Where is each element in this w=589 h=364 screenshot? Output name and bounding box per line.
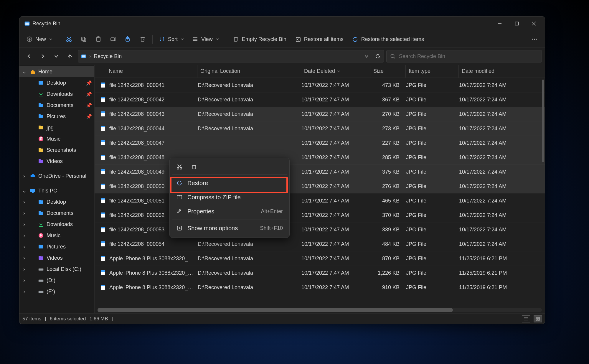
cut-button[interactable] (62, 33, 76, 45)
context-restore[interactable]: Restore (172, 176, 287, 190)
svg-rect-90 (101, 198, 105, 200)
column-original-location[interactable]: Original Location (197, 65, 301, 78)
close-button[interactable] (525, 17, 542, 31)
svg-point-31 (536, 39, 537, 40)
restore-selected-button[interactable]: Restore the selected items (348, 33, 428, 45)
chevron-right-icon: › (21, 289, 27, 295)
svg-point-48 (41, 139, 42, 140)
share-button[interactable] (121, 33, 135, 45)
sidebar-quick-3[interactable]: Pictures📌 (19, 111, 94, 122)
delete-menu-icon[interactable] (190, 163, 198, 171)
table-row[interactable]: file 1242x2208_000041D:\Recovered Lonava… (95, 78, 545, 92)
sidebar-thispc-3[interactable]: ›Music (19, 230, 94, 241)
sidebar-quick-5[interactable]: Music (19, 133, 94, 144)
sidebar-thispc-2[interactable]: ›Downloads (19, 219, 94, 230)
chevron-down-icon[interactable] (364, 54, 369, 59)
sidebar-thispc-4[interactable]: ›Pictures (19, 241, 94, 252)
drive-icon (38, 288, 44, 295)
cell-date-modified: 10/17/2022 7:24 AM (456, 183, 545, 190)
delete-button[interactable] (135, 33, 150, 45)
cell-date-deleted: 10/17/2022 7:47 AM (298, 169, 368, 175)
context-properties[interactable]: Properties Alt+Enter (172, 204, 287, 218)
sidebar-thispc-8[interactable]: ›(E:) (19, 286, 94, 297)
thumbnails-view-button[interactable] (534, 315, 542, 322)
table-row[interactable]: file 1242x2208_000053D:\Recovered Lonava… (95, 222, 545, 237)
table-row[interactable]: Apple iPhone 8 Plus 3088x2320_00…D:\Reco… (95, 280, 545, 294)
sidebar-item-label: This PC (38, 188, 57, 194)
new-button[interactable]: New (22, 33, 57, 45)
table-row[interactable]: file 1242x2208_000054D:\Recovered Lonava… (95, 237, 545, 251)
column-name[interactable]: Name (100, 65, 197, 78)
chevron-down-icon: ⌄ (21, 187, 27, 194)
empty-recycle-bin-button[interactable]: Empty Recycle Bin (228, 33, 291, 45)
table-row[interactable]: file 1242x2208_00004710/17/2022 7:47 AM2… (95, 136, 545, 150)
sidebar-onedrive[interactable]: ›OneDrive - Personal (19, 170, 94, 182)
table-row[interactable]: file 1242x2208_00004910/17/2022 7:47 AM3… (95, 164, 545, 179)
horizontal-scrollbar[interactable] (98, 308, 542, 312)
folder-icon (38, 147, 44, 153)
sidebar-thispc-1[interactable]: ›Documents (19, 207, 94, 219)
context-compress[interactable]: Compress to ZIP file (172, 190, 287, 204)
search-input[interactable] (399, 53, 538, 60)
details-view-button[interactable] (522, 315, 530, 322)
more-button[interactable] (527, 33, 542, 45)
search-bar[interactable] (386, 50, 542, 62)
restore-all-button[interactable]: Restore all items (291, 33, 348, 45)
table-row[interactable]: file 1242x2208_000043D:\Recovered Lonava… (95, 107, 545, 121)
up-button[interactable] (64, 51, 75, 62)
table-row[interactable]: file 1242x2208_000051D:\Recovered Lonava… (95, 193, 545, 208)
vertical-scrollbar[interactable] (542, 80, 544, 162)
cell-name: file 1242x2208_000054 (109, 241, 164, 247)
svg-rect-86 (101, 169, 105, 171)
forward-button[interactable] (37, 51, 48, 62)
table-row[interactable]: file 1242x2208_000044D:\Recovered Lonava… (95, 121, 545, 136)
cell-type: JPG File (403, 212, 456, 218)
column-date-deleted[interactable]: Date Deleted (301, 65, 370, 78)
drive-icon (38, 277, 44, 284)
sidebar-thispc-5[interactable]: ›Videos (19, 252, 94, 263)
sidebar-quick-6[interactable]: Screenshots (19, 144, 94, 156)
table-row[interactable]: Apple iPhone 8 Plus 3088x2320_00…D:\Reco… (95, 251, 545, 266)
table-row[interactable]: file 1242x2208_00004810/17/2022 7:47 AM2… (95, 150, 545, 164)
sidebar-home[interactable]: ⌄Home (19, 66, 94, 77)
sidebar-thispc-7[interactable]: ›(D:) (19, 275, 94, 286)
rename-button[interactable] (106, 33, 121, 45)
copy-button[interactable] (76, 33, 91, 45)
breadcrumb[interactable]: Recycle Bin (94, 53, 122, 60)
address-bar[interactable]: › Recycle Bin (78, 50, 384, 62)
sidebar-quick-7[interactable]: Videos (19, 156, 94, 167)
cell-date-deleted: 10/17/2022 7:47 AM (298, 140, 368, 146)
back-button[interactable] (24, 51, 35, 62)
cell-size: 370 KB (368, 212, 403, 218)
view-button[interactable]: View (188, 33, 223, 45)
refresh-button[interactable] (375, 53, 381, 59)
svg-rect-107 (538, 317, 539, 319)
onedrive-icon (29, 173, 36, 179)
svg-rect-109 (538, 319, 539, 320)
sidebar-quick-4[interactable]: jpg (19, 122, 94, 133)
sidebar-quick-1[interactable]: Downloads📌 (19, 88, 94, 100)
cell-type: JPG File (403, 140, 456, 146)
sidebar-quick-0[interactable]: Desktop📌 (19, 77, 94, 88)
maximize-button[interactable] (508, 17, 525, 31)
table-row[interactable]: file 1242x2208_000042D:\Recovered Lonava… (95, 92, 545, 107)
sidebar-thispc-6[interactable]: ›Local Disk (C:) (19, 263, 94, 275)
column-date-modified[interactable]: Date modified (458, 65, 545, 78)
sidebar-thispc-0[interactable]: ›Desktop (19, 196, 94, 207)
table-row[interactable]: Apple iPhone 8 Plus 3088x2320_00…D:\Reco… (95, 266, 545, 280)
table-row[interactable]: file 1242x2208_00005010/17/2022 7:47 AM2… (95, 179, 545, 193)
sort-button[interactable]: Sort (155, 33, 188, 45)
table-row[interactable]: file 1242x2208_000052D:\Recovered Lonava… (95, 208, 545, 222)
cell-type: JPG File (403, 111, 456, 117)
sidebar-quick-2[interactable]: Documents📌 (19, 100, 94, 111)
svg-rect-43 (39, 114, 41, 116)
paste-button[interactable] (91, 33, 106, 45)
sidebar-this-pc[interactable]: ⌄This PC (19, 185, 94, 196)
cut-menu-icon[interactable] (176, 163, 183, 171)
file-list: file 1242x2208_000041D:\Recovered Lonava… (95, 78, 545, 308)
column-item-type[interactable]: Item type (405, 65, 458, 78)
recent-button[interactable] (51, 51, 62, 62)
column-size[interactable]: Size (370, 65, 405, 78)
context-more-options[interactable]: Show more options Shift+F10 (172, 221, 287, 235)
minimize-button[interactable] (491, 17, 508, 31)
